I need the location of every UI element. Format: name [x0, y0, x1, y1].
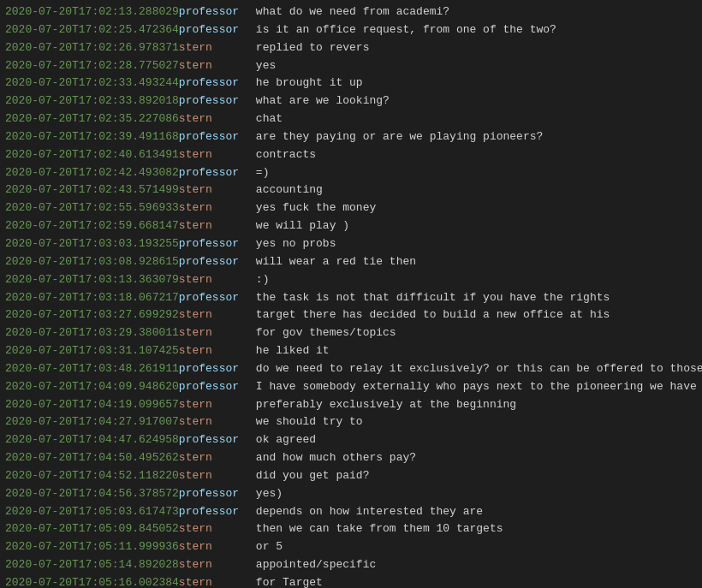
chat-line: 2020-07-20T17:04:50.495262stern and how …	[0, 449, 702, 467]
message-text: preferably exclusively at the beginning	[256, 397, 516, 413]
message-text: accounting	[256, 182, 323, 199]
timestamp: 2020-07-20T17:03:03.193255	[5, 236, 179, 252]
message-text: then we can take from them 10 targets	[256, 521, 503, 538]
chat-line: 2020-07-20T17:03:29.380011stern for gov …	[0, 324, 702, 342]
timestamp: 2020-07-20T17:02:42.493082	[5, 165, 179, 181]
sender-stern: stern	[179, 325, 256, 342]
sender-professor: professor	[179, 361, 256, 377]
chat-line: 2020-07-20T17:02:26.978371stern replied …	[0, 39, 702, 57]
timestamp: 2020-07-20T17:04:56.378572	[5, 486, 179, 502]
timestamp: 2020-07-20T17:02:13.288029	[5, 4, 179, 21]
message-text: contracts	[256, 147, 316, 163]
message-text: for Target	[256, 575, 323, 588]
chat-line: 2020-07-20T17:05:16.002384stern for Targ…	[0, 574, 702, 588]
chat-line: 2020-07-20T17:03:03.193255professor yes …	[0, 235, 702, 253]
timestamp: 2020-07-20T17:02:55.596933	[5, 200, 179, 217]
message-text: are they paying or are we playing pionee…	[256, 129, 543, 146]
chat-line: 2020-07-20T17:03:31.107425stern he liked…	[0, 342, 702, 360]
sender-professor: professor	[179, 4, 256, 21]
message-text: and how much others pay?	[256, 450, 416, 466]
timestamp: 2020-07-20T17:02:28.775027	[5, 58, 179, 74]
message-text: what are we looking?	[256, 93, 390, 110]
sender-stern: stern	[179, 58, 256, 74]
sender-professor: professor	[179, 75, 256, 92]
message-text: yes)	[256, 486, 283, 502]
chat-line: 2020-07-20T17:03:18.067217professor the …	[0, 289, 702, 307]
message-text: or 5	[256, 539, 283, 555]
timestamp: 2020-07-20T17:02:35.227086	[5, 111, 179, 128]
message-text: chat	[256, 111, 283, 128]
sender-stern: stern	[179, 147, 256, 163]
sender-stern: stern	[179, 307, 256, 324]
message-text: the task is not that difficult if you ha…	[256, 290, 610, 306]
sender-professor: professor	[179, 432, 256, 448]
sender-professor: professor	[179, 379, 256, 395]
timestamp: 2020-07-20T17:04:47.624958	[5, 432, 179, 448]
message-text: :)	[256, 272, 270, 288]
timestamp: 2020-07-20T17:03:13.363079	[5, 272, 179, 288]
chat-line: 2020-07-20T17:02:25.472364professor is i…	[0, 21, 702, 39]
sender-stern: stern	[179, 521, 256, 538]
sender-stern: stern	[179, 200, 256, 217]
sender-professor: professor	[179, 290, 256, 306]
timestamp: 2020-07-20T17:03:18.067217	[5, 290, 179, 306]
timestamp: 2020-07-20T17:02:39.491168	[5, 129, 179, 146]
timestamp: 2020-07-20T17:04:52.118220	[5, 468, 179, 484]
chat-line: 2020-07-20T17:02:28.775027stern yes	[0, 57, 702, 75]
chat-line: 2020-07-20T17:05:09.845052stern then we …	[0, 520, 702, 538]
timestamp: 2020-07-20T17:03:29.380011	[5, 325, 179, 342]
message-text: he brought it up	[256, 75, 363, 92]
chat-line: 2020-07-20T17:02:59.668147stern we will …	[0, 217, 702, 235]
chat-line: 2020-07-20T17:02:40.613491stern contract…	[0, 146, 702, 164]
chat-line: 2020-07-20T17:03:08.928615professor will…	[0, 253, 702, 271]
sender-stern: stern	[179, 40, 256, 56]
chat-line: 2020-07-20T17:05:11.999936stern or 5	[0, 538, 702, 556]
timestamp: 2020-07-20T17:03:08.928615	[5, 254, 179, 270]
sender-stern: stern	[179, 397, 256, 413]
chat-line: 2020-07-20T17:02:55.596933stern yes fuck…	[0, 199, 702, 217]
chat-line: 2020-07-20T17:04:27.917007stern we shoul…	[0, 413, 702, 431]
timestamp: 2020-07-20T17:04:27.917007	[5, 414, 179, 431]
chat-line: 2020-07-20T17:05:14.892028stern appointe…	[0, 556, 702, 574]
chat-line: 2020-07-20T17:02:42.493082professor =)	[0, 164, 702, 182]
timestamp: 2020-07-20T17:03:27.699292	[5, 307, 179, 324]
sender-stern: stern	[179, 414, 256, 431]
chat-line: 2020-07-20T17:02:35.227086stern chat	[0, 110, 702, 128]
timestamp: 2020-07-20T17:05:09.845052	[5, 521, 179, 538]
sender-professor: professor	[179, 22, 256, 39]
message-text: appointed/specific	[256, 557, 376, 573]
message-text: yes	[256, 58, 276, 74]
timestamp: 2020-07-20T17:02:40.613491	[5, 147, 179, 163]
timestamp: 2020-07-20T17:02:33.493244	[5, 75, 179, 92]
message-text: did you get paid?	[256, 468, 370, 484]
sender-professor: professor	[179, 504, 256, 520]
timestamp: 2020-07-20T17:02:26.978371	[5, 40, 179, 56]
timestamp: 2020-07-20T17:02:25.472364	[5, 22, 179, 39]
message-text: replied to revers	[256, 40, 370, 56]
chat-log: 2020-07-20T17:02:13.288029professor what…	[0, 0, 702, 588]
message-text: yes no probs	[256, 236, 336, 252]
timestamp: 2020-07-20T17:04:19.099657	[5, 397, 179, 413]
sender-professor: professor	[179, 486, 256, 502]
message-text: what do we need from academi?	[256, 4, 449, 21]
message-text: will wear a red tie then	[256, 254, 416, 270]
sender-stern: stern	[179, 111, 256, 128]
message-text: he liked it	[256, 343, 330, 359]
timestamp: 2020-07-20T17:04:09.948620	[5, 379, 179, 395]
message-text: =)	[256, 165, 270, 181]
chat-line: 2020-07-20T17:02:43.571499stern accounti…	[0, 181, 702, 199]
chat-line: 2020-07-20T17:02:39.491168professor are …	[0, 128, 702, 146]
sender-professor: professor	[179, 254, 256, 270]
chat-line: 2020-07-20T17:02:13.288029professor what…	[0, 3, 702, 21]
chat-line: 2020-07-20T17:03:48.261911professor do w…	[0, 360, 702, 378]
chat-line: 2020-07-20T17:04:19.099657stern preferab…	[0, 396, 702, 414]
chat-line: 2020-07-20T17:04:56.378572professor yes)	[0, 485, 702, 503]
chat-line: 2020-07-20T17:04:52.118220stern did you …	[0, 467, 702, 485]
sender-stern: stern	[179, 272, 256, 288]
timestamp: 2020-07-20T17:04:50.495262	[5, 450, 179, 466]
timestamp: 2020-07-20T17:05:03.617473	[5, 504, 179, 520]
chat-line: 2020-07-20T17:02:33.493244professor he b…	[0, 74, 702, 92]
timestamp: 2020-07-20T17:02:33.892018	[5, 93, 179, 110]
sender-professor: professor	[179, 129, 256, 146]
sender-professor: professor	[179, 236, 256, 252]
